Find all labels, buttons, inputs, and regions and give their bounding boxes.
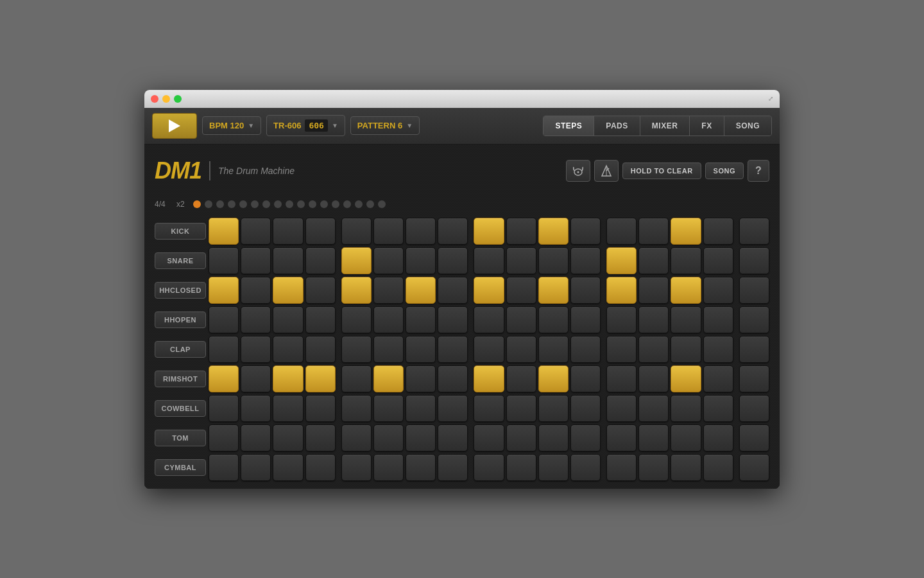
pad-tom-10[interactable]: [506, 425, 536, 451]
play-button[interactable]: [152, 113, 197, 139]
step-dot-2[interactable]: [205, 200, 212, 208]
pad-hhclosed-11[interactable]: [538, 277, 569, 304]
step-dot-15[interactable]: [355, 200, 363, 208]
pad-tom-8[interactable]: [438, 425, 468, 451]
drum-label-tom[interactable]: TOM: [155, 430, 206, 446]
pad-snare-1[interactable]: [209, 247, 239, 274]
pad-snare-7[interactable]: [406, 247, 436, 274]
pad-cowbell-6[interactable]: [373, 395, 404, 422]
drum-label-kick[interactable]: KICK: [155, 223, 206, 240]
step-dot-8[interactable]: [274, 200, 282, 208]
pad-kick-1[interactable]: [209, 218, 239, 245]
pad-clap-10[interactable]: [506, 336, 536, 363]
pad-hhopen-16[interactable]: [703, 306, 733, 333]
pad-clap-11[interactable]: [538, 336, 569, 363]
pad-hhclosed-1[interactable]: [209, 277, 239, 304]
pad-clap-14[interactable]: [638, 336, 669, 363]
pad-snare-2[interactable]: [241, 247, 271, 274]
pad-rimshot-1[interactable]: [209, 365, 239, 392]
pad-cowbell-1[interactable]: [209, 395, 239, 422]
pad-snare-10[interactable]: [506, 247, 536, 274]
pad-snare-8[interactable]: [438, 247, 468, 274]
drum-label-hhclosed[interactable]: HHCLOSED: [155, 282, 206, 299]
pad-kick-11[interactable]: [538, 218, 569, 245]
pad-hhopen-13[interactable]: [606, 306, 637, 333]
pad-cymbal-7[interactable]: [406, 454, 436, 481]
pad-cowbell-8[interactable]: [438, 395, 468, 422]
pad-clap-4[interactable]: [305, 336, 336, 363]
pad-hhclosed-6[interactable]: [373, 277, 404, 304]
pad-cymbal-1[interactable]: [209, 454, 239, 481]
drum-label-hhopen[interactable]: HHOPEN: [155, 311, 206, 328]
pad-snare-17[interactable]: [739, 247, 769, 274]
pad-cymbal-4[interactable]: [305, 454, 336, 481]
pad-kick-16[interactable]: [703, 218, 733, 245]
pad-tom-7[interactable]: [406, 425, 436, 451]
pad-clap-15[interactable]: [671, 336, 701, 363]
pad-cowbell-5[interactable]: [341, 395, 372, 422]
pad-hhopen-7[interactable]: [406, 306, 436, 333]
pad-cymbal-11[interactable]: [538, 454, 569, 481]
step-dot-1[interactable]: [193, 200, 201, 208]
pad-hhopen-8[interactable]: [438, 306, 468, 333]
pad-kick-7[interactable]: [406, 218, 436, 245]
pad-kick-9[interactable]: [474, 218, 504, 245]
pad-hhopen-17[interactable]: [739, 306, 769, 333]
pad-hhopen-3[interactable]: [273, 306, 303, 333]
pad-snare-4[interactable]: [305, 247, 336, 274]
pad-cowbell-2[interactable]: [241, 395, 271, 422]
pad-cowbell-13[interactable]: [606, 395, 637, 422]
pad-cymbal-6[interactable]: [373, 454, 404, 481]
pad-cymbal-5[interactable]: [341, 454, 372, 481]
pad-hhclosed-3[interactable]: [273, 277, 303, 304]
pad-snare-16[interactable]: [703, 247, 733, 274]
pad-tom-14[interactable]: [638, 425, 669, 451]
pad-cymbal-8[interactable]: [438, 454, 468, 481]
step-dot-17[interactable]: [378, 200, 386, 208]
pad-kick-8[interactable]: [438, 218, 468, 245]
pad-cowbell-15[interactable]: [671, 395, 701, 422]
pad-rimshot-11[interactable]: [538, 365, 569, 392]
pad-tom-5[interactable]: [341, 425, 372, 451]
pad-hhopen-2[interactable]: [241, 306, 271, 333]
pad-hhopen-9[interactable]: [474, 306, 504, 333]
pad-tom-3[interactable]: [273, 425, 303, 451]
hold-to-clear-button[interactable]: HOLD TO CLEAR: [622, 162, 701, 179]
tab-fx[interactable]: FX: [690, 116, 724, 136]
pad-rimshot-9[interactable]: [474, 365, 504, 392]
pad-hhclosed-5[interactable]: [341, 277, 372, 304]
pad-cymbal-15[interactable]: [671, 454, 701, 481]
pad-snare-6[interactable]: [373, 247, 404, 274]
pad-hhopen-6[interactable]: [373, 306, 404, 333]
pad-hhclosed-4[interactable]: [305, 277, 336, 304]
pad-rimshot-4[interactable]: [305, 365, 336, 392]
pad-tom-2[interactable]: [241, 425, 271, 451]
metronome-icon-button[interactable]: [594, 160, 619, 182]
pad-cowbell-10[interactable]: [506, 395, 536, 422]
pad-cowbell-12[interactable]: [570, 395, 601, 422]
pad-rimshot-17[interactable]: [739, 365, 769, 392]
pad-rimshot-2[interactable]: [241, 365, 271, 392]
drum-label-snare[interactable]: SNARE: [155, 252, 206, 269]
pad-hhclosed-17[interactable]: [739, 277, 769, 304]
pad-clap-9[interactable]: [474, 336, 504, 363]
minimize-button[interactable]: [162, 95, 170, 103]
pad-cowbell-3[interactable]: [273, 395, 303, 422]
pad-rimshot-3[interactable]: [273, 365, 303, 392]
pad-hhclosed-12[interactable]: [570, 277, 601, 304]
pad-cowbell-9[interactable]: [474, 395, 504, 422]
pad-kick-13[interactable]: [606, 218, 637, 245]
pad-rimshot-16[interactable]: [703, 365, 733, 392]
step-dot-16[interactable]: [366, 200, 374, 208]
pad-clap-1[interactable]: [209, 336, 239, 363]
pad-cowbell-4[interactable]: [305, 395, 336, 422]
pad-kick-17[interactable]: [739, 218, 769, 245]
bpm-control[interactable]: BPM 120 ▼: [202, 116, 261, 135]
pattern-control[interactable]: PATTERN 6 ▼: [350, 116, 420, 135]
tab-mixer[interactable]: MIXER: [640, 116, 690, 136]
tab-song[interactable]: SONG: [724, 116, 771, 136]
pad-cymbal-3[interactable]: [273, 454, 303, 481]
pad-snare-3[interactable]: [273, 247, 303, 274]
song-button[interactable]: SONG: [705, 162, 744, 179]
pad-hhopen-4[interactable]: [305, 306, 336, 333]
